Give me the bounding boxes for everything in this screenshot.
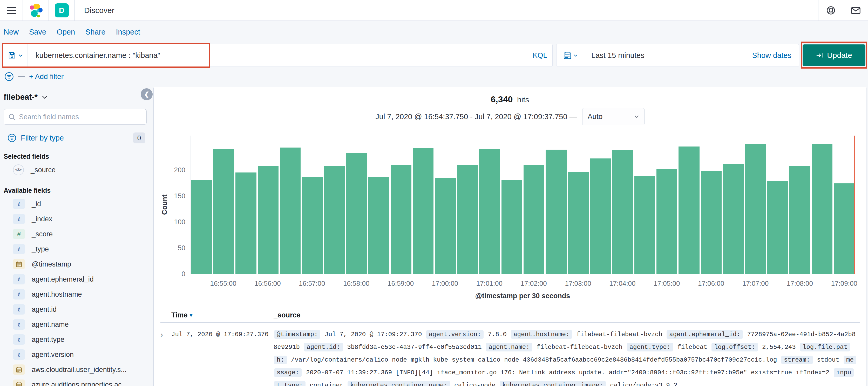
histogram-bar[interactable]: [812, 144, 832, 274]
string-type-icon: t: [13, 289, 25, 299]
string-type-icon: t: [13, 334, 25, 345]
histogram-bar[interactable]: [590, 158, 611, 274]
newsfeed-button[interactable]: [843, 0, 868, 21]
filter-icon[interactable]: [4, 72, 14, 82]
histogram-bar[interactable]: [457, 165, 478, 274]
field-search-input[interactable]: [19, 113, 142, 121]
histogram-bar[interactable]: [789, 166, 810, 274]
collapse-sidebar-button[interactable]: ❮: [141, 88, 153, 100]
interval-select[interactable]: Auto: [582, 108, 645, 125]
field-item-agent.ephemeral_id[interactable]: tagent.ephemeral_id: [4, 272, 147, 287]
selected-fields-heading: Selected fields: [4, 153, 147, 160]
menu-icon[interactable]: [0, 0, 23, 21]
field-item-aws.cloudtrail.user_identity.s...[interactable]: aws.cloudtrail.user_identity.s...: [4, 362, 147, 377]
field-name: _type: [32, 245, 49, 253]
x-tick-label: 17:04:00: [609, 279, 636, 288]
field-item-agent.version[interactable]: tagent.version: [4, 347, 147, 362]
field-item-agent.id[interactable]: tagent.id: [4, 302, 147, 317]
y-tick-label: 100: [174, 218, 185, 226]
show-dates-link[interactable]: Show dates: [752, 51, 792, 60]
histogram-bar[interactable]: [501, 180, 522, 274]
field-item-_index[interactable]: t_index: [4, 211, 147, 227]
toolbar-link-share[interactable]: Share: [85, 28, 105, 36]
update-button-label: Update: [827, 51, 852, 60]
time-range-subtitle: Jul 7, 2020 @ 16:54:37.750 - Jul 7, 2020…: [375, 113, 577, 121]
y-axis-title: Count: [161, 195, 169, 215]
histogram-bar[interactable]: [679, 147, 699, 274]
source-field-badge: kubernetes.container.image:: [500, 381, 606, 386]
expand-row-icon[interactable]: ›: [160, 328, 171, 386]
toolbar-link-open[interactable]: Open: [57, 28, 75, 36]
string-type-icon: t: [13, 274, 25, 285]
histogram-bar[interactable]: [280, 148, 301, 274]
elastic-logo[interactable]: [23, 0, 49, 21]
histogram-bar[interactable]: [435, 178, 456, 274]
histogram-bar[interactable]: [634, 176, 655, 274]
source-field-value: filebeat-filebeat-bvzch: [536, 344, 622, 351]
query-language-button[interactable]: KQL: [527, 51, 552, 59]
histogram-bar[interactable]: [745, 144, 766, 274]
current-time-marker: [854, 136, 855, 274]
toolbar-link-new[interactable]: New: [4, 28, 19, 36]
histogram-bar[interactable]: [191, 180, 212, 274]
index-pattern-switcher[interactable]: filebeat-*: [4, 92, 147, 102]
string-type-icon: t: [13, 199, 25, 209]
histogram-bar[interactable]: [568, 172, 589, 274]
histogram-bar[interactable]: [767, 181, 788, 274]
field-item-agent.type[interactable]: tagent.type: [4, 332, 147, 347]
field-item-_id[interactable]: t_id: [4, 197, 147, 211]
saved-query-menu-button[interactable]: [3, 44, 28, 66]
field-name: _index: [32, 215, 53, 223]
sort-desc-icon: ▾: [190, 312, 193, 319]
toolbar-link-inspect[interactable]: Inspect: [116, 28, 140, 36]
y-tick-label: 0: [182, 270, 185, 278]
histogram-bar[interactable]: [723, 164, 744, 274]
histogram-bar[interactable]: [302, 177, 323, 274]
add-filter-link[interactable]: + Add filter: [29, 72, 64, 81]
app-icon-segment[interactable]: D: [49, 0, 75, 21]
histogram-chart: Count 050100150200 16:55:0016:56:0016:57…: [159, 136, 855, 300]
field-item-agent.hostname[interactable]: tagent.hostname: [4, 287, 147, 302]
field-search-box: [4, 109, 147, 125]
histogram-bar[interactable]: [701, 171, 722, 274]
source-field-value: filebeat-filebeat-bvzch: [577, 331, 662, 338]
filter-by-type-label: Filter by type: [21, 134, 64, 142]
update-button[interactable]: Update: [803, 44, 865, 66]
histogram-bar[interactable]: [213, 149, 234, 274]
histogram-bar[interactable]: [346, 153, 367, 274]
histogram-bar[interactable]: [368, 177, 389, 274]
histogram-bar[interactable]: [236, 173, 256, 274]
time-range-value[interactable]: Last 15 minutes: [591, 51, 645, 60]
top-bar: D Discover: [0, 0, 868, 21]
histogram-bar[interactable]: [524, 165, 544, 274]
source-field-value: Jul 7, 2020 @ 17:09:27.370: [325, 331, 422, 338]
field-item-_source[interactable]: </>_source: [4, 162, 147, 177]
doc-source-cell: @timestamp: Jul 7, 2020 @ 17:09:27.370 a…: [274, 328, 860, 386]
field-item-_score[interactable]: #_score: [4, 227, 147, 242]
query-input[interactable]: [28, 51, 527, 60]
histogram-bar[interactable]: [546, 150, 566, 274]
field-item-agent.name[interactable]: tagent.name: [4, 317, 147, 332]
histogram-bar[interactable]: [834, 183, 855, 274]
histogram-bar[interactable]: [391, 165, 411, 274]
date-quick-select-button[interactable]: [557, 44, 584, 66]
toolbar-link-save[interactable]: Save: [29, 28, 46, 36]
help-button[interactable]: [818, 0, 843, 21]
filter-by-type[interactable]: Filter by type 0: [4, 132, 147, 143]
histogram-bar[interactable]: [324, 166, 345, 274]
x-tick-label: 16:57:00: [299, 279, 325, 288]
histogram-bar[interactable]: [413, 148, 433, 274]
date-type-icon: [13, 259, 25, 269]
field-name: agent.name: [32, 321, 69, 329]
hits-count: 6,340: [491, 94, 513, 104]
time-column-header[interactable]: Time ▾: [160, 311, 274, 319]
histogram-bar[interactable]: [656, 169, 677, 274]
page-title: Discover: [84, 6, 115, 15]
histogram-bar[interactable]: [258, 166, 279, 274]
histogram-bar[interactable]: [479, 149, 500, 274]
field-item-@timestamp[interactable]: @timestamp: [4, 257, 147, 272]
field-item-_type[interactable]: t_type: [4, 242, 147, 257]
field-item-azure.auditlogs.properties.ac...[interactable]: azure.auditlogs.properties.ac...: [4, 377, 147, 386]
source-field-value: /var/log/containers/calico-node-mgklh_ku…: [291, 356, 777, 363]
histogram-bar[interactable]: [612, 150, 633, 274]
